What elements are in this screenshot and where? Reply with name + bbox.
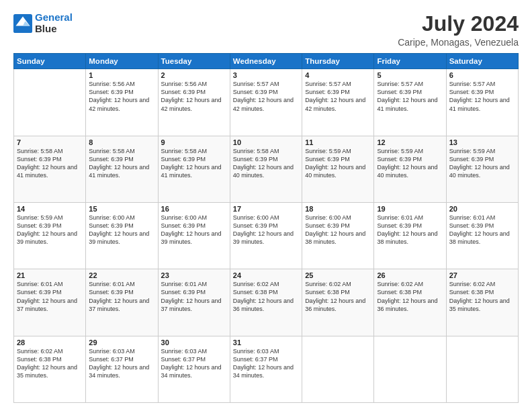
table-row: 22Sunrise: 6:01 AMSunset: 6:39 PMDayligh… xyxy=(86,269,158,336)
table-row xyxy=(374,336,446,402)
day-number: 6 xyxy=(449,71,515,79)
day-number: 12 xyxy=(377,138,443,146)
day-info: Sunrise: 5:59 AMSunset: 6:39 PMDaylight:… xyxy=(449,147,515,180)
day-number: 17 xyxy=(233,205,299,213)
day-number: 26 xyxy=(377,271,443,279)
day-info: Sunrise: 6:03 AMSunset: 6:37 PMDaylight:… xyxy=(89,347,154,380)
table-row: 10Sunrise: 5:58 AMSunset: 6:39 PMDayligh… xyxy=(230,136,302,202)
logo-line1: General xyxy=(35,11,73,23)
day-number: 8 xyxy=(89,138,154,146)
table-row: 21Sunrise: 6:01 AMSunset: 6:39 PMDayligh… xyxy=(14,269,86,336)
day-number: 14 xyxy=(17,205,83,213)
col-tuesday: Tuesday xyxy=(158,54,230,69)
day-number: 4 xyxy=(305,71,371,79)
table-row: 1Sunrise: 5:56 AMSunset: 6:39 PMDaylight… xyxy=(86,69,158,136)
calendar-week-row: 28Sunrise: 6:02 AMSunset: 6:38 PMDayligh… xyxy=(14,336,519,402)
day-number: 23 xyxy=(161,271,227,279)
table-row: 2Sunrise: 5:56 AMSunset: 6:39 PMDaylight… xyxy=(158,69,230,136)
day-number: 3 xyxy=(233,71,299,79)
calendar-table: Sunday Monday Tuesday Wednesday Thursday… xyxy=(13,53,519,403)
day-number: 20 xyxy=(449,205,515,213)
col-friday: Friday xyxy=(374,54,446,69)
day-info: Sunrise: 6:02 AMSunset: 6:38 PMDaylight:… xyxy=(449,280,515,313)
day-info: Sunrise: 5:58 AMSunset: 6:39 PMDaylight:… xyxy=(233,147,299,180)
table-row xyxy=(446,336,518,402)
table-row: 29Sunrise: 6:03 AMSunset: 6:37 PMDayligh… xyxy=(86,336,158,402)
table-row: 6Sunrise: 5:57 AMSunset: 6:39 PMDaylight… xyxy=(446,69,518,136)
day-info: Sunrise: 5:57 AMSunset: 6:39 PMDaylight:… xyxy=(449,80,515,113)
page: General Blue July 2024 Caripe, Monagas, … xyxy=(0,0,532,411)
day-number: 28 xyxy=(17,338,83,347)
day-info: Sunrise: 6:02 AMSunset: 6:38 PMDaylight:… xyxy=(233,280,299,313)
day-info: Sunrise: 5:57 AMSunset: 6:39 PMDaylight:… xyxy=(305,80,371,113)
table-row: 12Sunrise: 5:59 AMSunset: 6:39 PMDayligh… xyxy=(374,136,446,202)
day-number: 13 xyxy=(449,138,515,146)
table-row: 30Sunrise: 6:03 AMSunset: 6:37 PMDayligh… xyxy=(158,336,230,402)
month-year: July 2024 xyxy=(398,12,519,36)
day-number: 24 xyxy=(233,271,299,279)
table-row: 14Sunrise: 5:59 AMSunset: 6:39 PMDayligh… xyxy=(14,202,86,269)
table-row: 11Sunrise: 5:59 AMSunset: 6:39 PMDayligh… xyxy=(302,136,374,202)
logo-line2: Blue xyxy=(35,24,73,35)
logo-text: General Blue xyxy=(35,12,73,34)
calendar-week-row: 21Sunrise: 6:01 AMSunset: 6:39 PMDayligh… xyxy=(14,269,519,336)
table-row: 23Sunrise: 6:01 AMSunset: 6:39 PMDayligh… xyxy=(158,269,230,336)
day-info: Sunrise: 5:59 AMSunset: 6:39 PMDaylight:… xyxy=(377,147,443,180)
day-info: Sunrise: 5:56 AMSunset: 6:39 PMDaylight:… xyxy=(89,80,154,113)
table-row: 16Sunrise: 6:00 AMSunset: 6:39 PMDayligh… xyxy=(158,202,230,269)
day-number: 19 xyxy=(377,205,443,213)
logo: General Blue xyxy=(13,12,73,34)
day-info: Sunrise: 6:01 AMSunset: 6:39 PMDaylight:… xyxy=(161,280,227,313)
col-sunday: Sunday xyxy=(14,54,86,69)
table-row: 28Sunrise: 6:02 AMSunset: 6:38 PMDayligh… xyxy=(14,336,86,402)
day-info: Sunrise: 6:02 AMSunset: 6:38 PMDaylight:… xyxy=(305,280,371,313)
day-info: Sunrise: 5:59 AMSunset: 6:39 PMDaylight:… xyxy=(305,147,371,180)
day-number: 1 xyxy=(89,71,154,79)
day-info: Sunrise: 6:03 AMSunset: 6:37 PMDaylight:… xyxy=(161,347,227,380)
table-row: 15Sunrise: 6:00 AMSunset: 6:39 PMDayligh… xyxy=(86,202,158,269)
day-number: 2 xyxy=(161,71,227,79)
day-info: Sunrise: 6:00 AMSunset: 6:39 PMDaylight:… xyxy=(89,214,154,246)
day-number: 15 xyxy=(89,205,154,213)
day-info: Sunrise: 5:56 AMSunset: 6:39 PMDaylight:… xyxy=(161,80,227,113)
table-row: 18Sunrise: 6:00 AMSunset: 6:39 PMDayligh… xyxy=(302,202,374,269)
day-number: 21 xyxy=(17,271,83,279)
calendar-week-row: 1Sunrise: 5:56 AMSunset: 6:39 PMDaylight… xyxy=(14,69,519,136)
table-row: 7Sunrise: 5:58 AMSunset: 6:39 PMDaylight… xyxy=(14,136,86,202)
day-info: Sunrise: 6:03 AMSunset: 6:37 PMDaylight:… xyxy=(233,347,299,380)
table-row xyxy=(302,336,374,402)
table-row: 25Sunrise: 6:02 AMSunset: 6:38 PMDayligh… xyxy=(302,269,374,336)
table-row: 31Sunrise: 6:03 AMSunset: 6:37 PMDayligh… xyxy=(230,336,302,402)
table-row: 17Sunrise: 6:00 AMSunset: 6:39 PMDayligh… xyxy=(230,202,302,269)
day-info: Sunrise: 6:00 AMSunset: 6:39 PMDaylight:… xyxy=(161,214,227,246)
logo-icon xyxy=(13,14,32,33)
day-info: Sunrise: 5:57 AMSunset: 6:39 PMDaylight:… xyxy=(233,80,299,113)
table-row: 13Sunrise: 5:59 AMSunset: 6:39 PMDayligh… xyxy=(446,136,518,202)
location: Caripe, Monagas, Venezuela xyxy=(398,37,519,48)
day-number: 18 xyxy=(305,205,371,213)
table-row: 24Sunrise: 6:02 AMSunset: 6:38 PMDayligh… xyxy=(230,269,302,336)
table-row: 27Sunrise: 6:02 AMSunset: 6:38 PMDayligh… xyxy=(446,269,518,336)
table-row: 9Sunrise: 5:58 AMSunset: 6:39 PMDaylight… xyxy=(158,136,230,202)
day-number: 27 xyxy=(449,271,515,279)
day-info: Sunrise: 6:01 AMSunset: 6:39 PMDaylight:… xyxy=(377,214,443,246)
day-number: 16 xyxy=(161,205,227,213)
day-number: 5 xyxy=(377,71,443,79)
col-wednesday: Wednesday xyxy=(230,54,302,69)
title-block: July 2024 Caripe, Monagas, Venezuela xyxy=(398,12,519,48)
day-number: 29 xyxy=(89,338,154,347)
table-row: 3Sunrise: 5:57 AMSunset: 6:39 PMDaylight… xyxy=(230,69,302,136)
day-info: Sunrise: 5:57 AMSunset: 6:39 PMDaylight:… xyxy=(377,80,443,113)
day-info: Sunrise: 6:01 AMSunset: 6:39 PMDaylight:… xyxy=(449,214,515,246)
table-row: 8Sunrise: 5:58 AMSunset: 6:39 PMDaylight… xyxy=(86,136,158,202)
col-thursday: Thursday xyxy=(302,54,374,69)
col-monday: Monday xyxy=(86,54,158,69)
day-info: Sunrise: 5:59 AMSunset: 6:39 PMDaylight:… xyxy=(17,214,83,246)
col-saturday: Saturday xyxy=(446,54,518,69)
table-row: 5Sunrise: 5:57 AMSunset: 6:39 PMDaylight… xyxy=(374,69,446,136)
table-row xyxy=(14,69,86,136)
day-number: 22 xyxy=(89,271,154,279)
day-info: Sunrise: 6:01 AMSunset: 6:39 PMDaylight:… xyxy=(17,280,83,313)
day-number: 25 xyxy=(305,271,371,279)
header: General Blue July 2024 Caripe, Monagas, … xyxy=(13,12,519,48)
